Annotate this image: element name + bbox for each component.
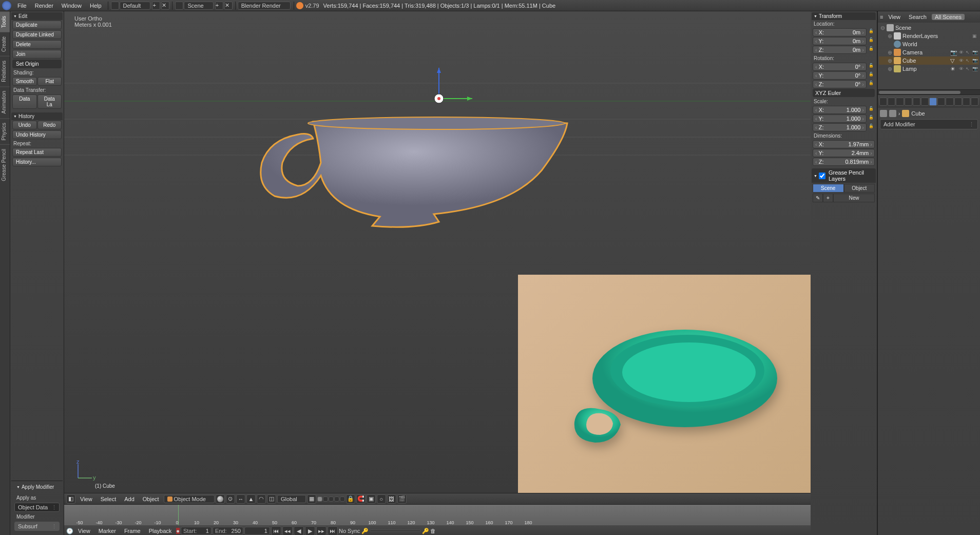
- props-object-icon[interactable]: [913, 98, 920, 106]
- keyframe-next-icon[interactable]: ▸▸: [316, 526, 326, 535]
- add-modifier-dropdown[interactable]: Add Modifier: [880, 119, 978, 129]
- rotation-x-field[interactable]: X:0°: [813, 63, 867, 71]
- props-scene-icon[interactable]: [896, 98, 904, 106]
- timeline-menu-frame[interactable]: Frame: [121, 528, 144, 534]
- grease-pencil-header[interactable]: Grease Pencil Layers: [812, 168, 876, 183]
- location-y-field[interactable]: Y:0m: [813, 37, 867, 45]
- apply-modifier-header[interactable]: Apply Modifier: [14, 483, 60, 491]
- timeline-menu-playback[interactable]: Playback: [145, 528, 176, 534]
- undo-button[interactable]: Undo: [12, 121, 37, 129]
- outliner-editor-icon[interactable]: ≡: [880, 14, 883, 20]
- properties-breadcrumb[interactable]: › Cube: [880, 110, 978, 117]
- data-button[interactable]: Data: [12, 94, 37, 109]
- outliner-cube-row[interactable]: ⊕Cube▽👁↖📷: [879, 56, 979, 65]
- teacup-model[interactable]: [254, 114, 572, 237]
- edit-section-header[interactable]: Edit: [11, 12, 63, 20]
- history-section-header[interactable]: History: [11, 112, 63, 120]
- undo-history-button[interactable]: Undo History: [12, 130, 62, 139]
- outliner-camera-row[interactable]: ⊕Camera📷👁↖📷: [879, 48, 979, 56]
- outliner-world-row[interactable]: World: [879, 40, 979, 48]
- gp-object-button[interactable]: Object: [844, 184, 875, 193]
- lock-icon[interactable]: 🔓: [868, 115, 875, 122]
- jump-end-icon[interactable]: ⏭: [328, 526, 338, 535]
- props-modifiers-icon[interactable]: [929, 98, 937, 106]
- data-layout-button[interactable]: Data La: [37, 94, 62, 109]
- remove-layout-icon[interactable]: ✕: [161, 2, 169, 10]
- menu-window[interactable]: Window: [57, 3, 86, 9]
- add-scene-icon[interactable]: +: [215, 2, 223, 10]
- screen-layout-icon[interactable]: [111, 2, 119, 10]
- render-anim-icon[interactable]: 🎬: [397, 494, 407, 504]
- lock-icon[interactable]: 🔓: [868, 46, 875, 53]
- props-render-icon[interactable]: [879, 98, 887, 106]
- menu-help[interactable]: Help: [86, 3, 106, 9]
- props-constraints-icon[interactable]: [921, 98, 929, 106]
- outliner-menu-view[interactable]: View: [885, 14, 904, 20]
- tab-physics[interactable]: Physics: [0, 118, 10, 144]
- rotation-y-field[interactable]: Y:0°: [813, 71, 867, 80]
- layers-icon[interactable]: ▦: [307, 494, 316, 504]
- props-data-icon[interactable]: [937, 98, 945, 106]
- props-particles-icon[interactable]: [963, 98, 970, 106]
- outliner-filter-dropdown[interactable]: All Scenes: [932, 14, 965, 20]
- location-x-field[interactable]: X:0m: [813, 28, 867, 36]
- props-world-icon[interactable]: [905, 98, 912, 106]
- lock-icon[interactable]: 🔓: [868, 81, 875, 88]
- layout-dropdown[interactable]: Default: [120, 2, 151, 10]
- repeat-last-button[interactable]: Repeat Last: [12, 148, 62, 157]
- lock-icon[interactable]: 🔓: [868, 124, 875, 131]
- keyframe-prev-icon[interactable]: ◂◂: [282, 526, 293, 535]
- lock-camera-icon[interactable]: 🔒: [346, 494, 355, 504]
- render-engine-dropdown[interactable]: Blender Render: [238, 2, 291, 10]
- viewport-menu-view[interactable]: View: [76, 496, 96, 502]
- editor-type-icon[interactable]: ◧: [66, 494, 75, 504]
- apply-as-dropdown[interactable]: Object Data: [14, 503, 60, 512]
- tab-tools[interactable]: Tools: [0, 11, 10, 32]
- manipulator-toggle-icon[interactable]: ↔: [236, 494, 245, 504]
- sync-dropdown[interactable]: No Sync: [339, 528, 360, 534]
- tab-create[interactable]: Create: [0, 32, 10, 56]
- timeline-menu-view[interactable]: View: [74, 528, 94, 534]
- timeline-menu-marker[interactable]: Marker: [95, 528, 120, 534]
- manipulator-scale-icon[interactable]: ◫: [267, 494, 276, 504]
- duplicate-button[interactable]: Duplicate: [12, 21, 62, 29]
- smooth-button[interactable]: Smooth: [12, 77, 37, 86]
- outliner-renderlayers-row[interactable]: ⊕RenderLayers▣: [879, 32, 979, 40]
- outliner-menu-search[interactable]: Search: [906, 14, 930, 20]
- location-z-field[interactable]: Z:0m: [813, 46, 867, 54]
- join-button[interactable]: Join: [12, 50, 62, 59]
- insert-keyframe-icon[interactable]: 🔑: [422, 528, 429, 534]
- gp-checkbox[interactable]: [819, 173, 825, 179]
- snap-element-icon[interactable]: ▣: [367, 494, 376, 504]
- duplicate-linked-button[interactable]: Duplicate Linked: [12, 30, 62, 39]
- rotation-mode-dropdown[interactable]: XYZ Euler: [813, 89, 875, 97]
- viewport-menu-object[interactable]: Object: [139, 496, 163, 502]
- lock-icon[interactable]: 🔓: [868, 29, 875, 36]
- pivot-icon[interactable]: ⊙: [226, 494, 235, 504]
- props-layers-icon[interactable]: [888, 98, 895, 106]
- play-reverse-icon[interactable]: ◀: [294, 526, 304, 535]
- dim-x-field[interactable]: X:1.97mm: [813, 140, 875, 148]
- manipulator-rotate-icon[interactable]: ◠: [257, 494, 266, 504]
- manipulator-translate-icon[interactable]: ▲: [246, 494, 256, 504]
- lock-icon[interactable]: 🔓: [868, 106, 875, 113]
- keying-set-field[interactable]: [370, 530, 421, 532]
- scale-y-field[interactable]: Y:1.000: [813, 114, 867, 123]
- scene-dropdown[interactable]: Scene: [184, 2, 213, 10]
- dim-z-field[interactable]: Z:0.819mm: [813, 158, 875, 166]
- start-frame-field[interactable]: Start:1: [181, 527, 212, 535]
- gp-scene-button[interactable]: Scene: [813, 184, 844, 193]
- lock-icon[interactable]: 🔓: [868, 37, 875, 45]
- snap-icon[interactable]: 🧲: [356, 494, 366, 504]
- end-frame-field[interactable]: End:250: [213, 527, 243, 535]
- redo-button[interactable]: Redo: [37, 121, 62, 129]
- set-origin-dropdown[interactable]: Set Origin: [12, 60, 62, 68]
- tab-relations[interactable]: Relations: [0, 56, 10, 86]
- lock-icon[interactable]: 🔓: [868, 63, 875, 70]
- keying-set-icon[interactable]: 🔑: [361, 528, 369, 534]
- dim-y-field[interactable]: Y:2.4mm: [813, 149, 875, 157]
- viewport-menu-add[interactable]: Add: [121, 496, 138, 502]
- tab-animation[interactable]: Animation: [0, 86, 10, 118]
- delete-button[interactable]: Delete: [12, 40, 62, 49]
- props-material-icon[interactable]: [946, 98, 953, 106]
